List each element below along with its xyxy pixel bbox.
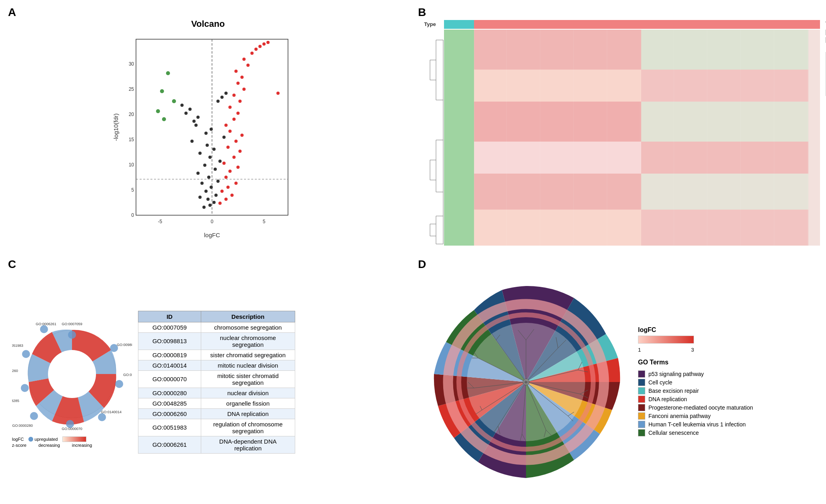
svg-point-151 xyxy=(22,350,30,358)
go-desc-cell: regulation of chromosome segregation xyxy=(201,419,295,436)
svg-point-62 xyxy=(228,130,232,133)
svg-point-73 xyxy=(246,64,250,67)
svg-text:GO:0000819: GO:0000819 xyxy=(123,373,132,377)
svg-point-27 xyxy=(214,168,217,171)
table-header-id: ID xyxy=(138,311,201,322)
svg-rect-116 xyxy=(641,70,808,102)
go-desc-cell: DNA replication xyxy=(201,408,295,419)
svg-point-40 xyxy=(196,116,200,119)
svg-text:10: 10 xyxy=(129,162,134,168)
svg-text:0: 0 xyxy=(211,219,214,224)
svg-point-34 xyxy=(190,140,194,143)
svg-point-16 xyxy=(208,204,212,207)
go-term-swatch xyxy=(638,429,645,436)
svg-point-18 xyxy=(206,198,210,201)
svg-point-23 xyxy=(200,182,204,185)
svg-point-78 xyxy=(262,42,266,46)
svg-point-15 xyxy=(202,206,206,209)
svg-point-65 xyxy=(236,112,240,115)
svg-text:GO:0140014: GO:0140014 xyxy=(101,410,122,414)
go-term-label: Cell cycle xyxy=(648,379,672,386)
volcano-title: Volcano xyxy=(191,19,225,29)
go-term-item: Cellular senescence xyxy=(638,429,753,436)
go-term-item: Human T-cell leukemia virus 1 infection xyxy=(638,421,753,428)
svg-point-49 xyxy=(230,194,234,197)
svg-point-39 xyxy=(192,120,196,123)
go-desc-cell: sister chromatid segregation xyxy=(201,350,295,360)
go-term-swatch xyxy=(638,404,645,411)
logfc-max: 3 xyxy=(691,347,694,353)
logfc-legend-title: logFC xyxy=(638,326,753,334)
svg-point-26 xyxy=(196,172,200,175)
svg-point-72 xyxy=(234,70,238,73)
go-term-item: Progesterone-mediated oocyte maturation xyxy=(638,404,753,411)
svg-point-45 xyxy=(220,96,224,99)
go-id-cell: GO:0000819 xyxy=(138,350,201,360)
svg-rect-112 xyxy=(474,142,641,174)
svg-point-17 xyxy=(212,201,216,204)
svg-rect-111 xyxy=(474,102,641,142)
svg-point-63 xyxy=(224,124,228,127)
go-desc-cell: nuclear chromosome segregation xyxy=(201,332,295,350)
svg-point-53 xyxy=(224,176,228,179)
svg-point-85 xyxy=(162,117,166,121)
svg-text:GO:0006261: GO:0006261 xyxy=(36,322,56,326)
logfc-min: 1 xyxy=(638,347,641,353)
svg-point-75 xyxy=(250,52,254,55)
svg-rect-120 xyxy=(641,210,808,246)
svg-point-52 xyxy=(234,182,238,185)
svg-point-20 xyxy=(214,194,218,197)
svg-point-21 xyxy=(204,190,208,193)
svg-rect-119 xyxy=(641,174,808,210)
heatmap-grid xyxy=(444,30,820,246)
increasing-label: increasing xyxy=(72,443,92,448)
go-desc-cell: DNA-dependent DNA replication xyxy=(201,436,295,453)
svg-point-46 xyxy=(224,92,228,95)
go-term-item: p53 signaling pathway xyxy=(638,370,753,378)
go-term-swatch xyxy=(638,387,645,394)
go-desc-cell: organelle fission xyxy=(201,398,295,408)
decreasing-label: decreasing xyxy=(38,443,60,448)
svg-text:-log10(fdr): -log10(fdr) xyxy=(112,113,119,141)
svg-point-36 xyxy=(204,132,208,135)
svg-rect-117 xyxy=(641,102,808,142)
svg-point-56 xyxy=(222,162,226,165)
go-term-swatch xyxy=(638,412,645,420)
svg-point-38 xyxy=(194,124,198,127)
svg-point-84 xyxy=(156,109,160,113)
logfc-range: 1 3 xyxy=(638,347,694,353)
svg-rect-113 xyxy=(474,174,641,210)
svg-point-35 xyxy=(222,136,226,139)
go-id-cell: GO:0007059 xyxy=(138,322,201,332)
panel-d-label: D xyxy=(418,258,426,271)
svg-text:GO:0006260: GO:0006260 xyxy=(12,369,18,373)
go-desc-cell: chromosome segregation xyxy=(201,322,295,332)
panel-d: D xyxy=(414,256,822,500)
volcano-plot: -log10(fdr) logFC 0 5 10 15 20 25 30 -5 … xyxy=(112,31,304,239)
svg-text:15: 15 xyxy=(129,137,134,142)
go-term-swatch xyxy=(638,396,645,403)
svg-text:20: 20 xyxy=(129,112,134,117)
main-container: A Volcano -log10(fdr) logFC 0 5 10 15 20… xyxy=(0,0,826,504)
go-terms-title: GO Terms xyxy=(638,359,753,366)
go-term-swatch xyxy=(638,370,645,378)
svg-point-37 xyxy=(210,128,213,131)
svg-point-133 xyxy=(48,350,96,398)
go-id-cell: GO:0006261 xyxy=(138,436,201,453)
svg-point-48 xyxy=(224,198,228,201)
zscore-label: z-score xyxy=(12,443,26,448)
svg-point-31 xyxy=(198,152,202,155)
go-term-label: Cellular senescence xyxy=(648,430,699,436)
svg-text:-5: -5 xyxy=(158,219,162,224)
svg-point-144 xyxy=(68,331,76,339)
svg-point-70 xyxy=(236,82,240,85)
svg-rect-109 xyxy=(474,30,641,70)
go-table: ID Description GO:0007059chromosome segr… xyxy=(138,311,295,454)
svg-point-150 xyxy=(21,384,29,392)
go-term-label: Human T-cell leukemia virus 1 infection xyxy=(648,421,746,428)
svg-point-24 xyxy=(216,180,220,183)
go-term-swatch xyxy=(638,379,645,386)
svg-point-83 xyxy=(172,99,176,103)
svg-point-152 xyxy=(40,325,48,333)
svg-rect-107 xyxy=(444,30,474,246)
